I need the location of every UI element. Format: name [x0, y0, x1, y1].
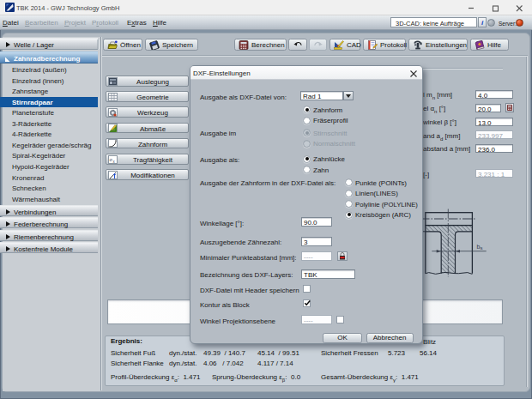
svg-text:x: x — [112, 160, 115, 164]
svg-text:bs: bs — [477, 244, 483, 251]
